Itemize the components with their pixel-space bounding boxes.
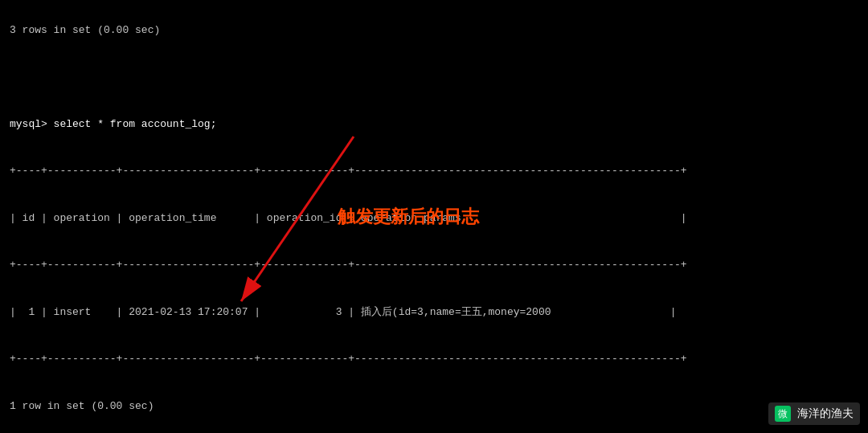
annotation-label: 触发更新后的日志 (338, 205, 479, 229)
line-7: | 1 | insert | 2021-02-13 17:20:07 | 3 |… (10, 306, 677, 318)
line-8: +----+-----------+---------------------+… (10, 353, 687, 365)
line-6: +----+-----------+---------------------+… (10, 259, 687, 271)
watermark: 微 海洋的渔夫 (768, 402, 860, 425)
line-4: +----+-----------+---------------------+… (10, 165, 687, 177)
wechat-icon: 微 (775, 406, 791, 422)
line-9: 1 row in set (0.00 sec) (10, 400, 154, 412)
line-3-cmd: select * from account_log; (54, 118, 217, 130)
line-1: 3 rows in set (0.00 sec) (10, 24, 160, 36)
watermark-text: 海洋的渔夫 (797, 406, 854, 421)
line-3-prompt: mysql> (10, 118, 54, 130)
